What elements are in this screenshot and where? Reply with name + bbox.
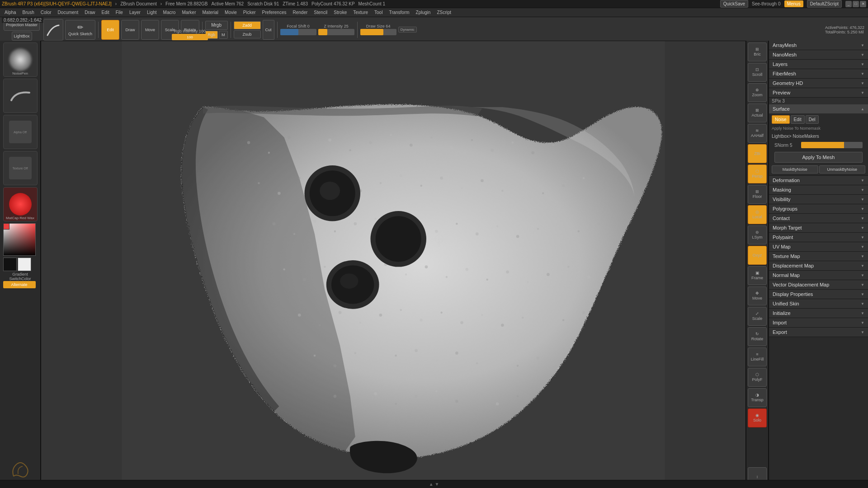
draw-size-bar[interactable] <box>360 29 396 35</box>
tool-btn-transp[interactable]: ◑ Transp <box>748 388 767 407</box>
alpha-off-slot[interactable]: Alpha Off <box>3 115 38 149</box>
texture-map-header[interactable]: Texture Map ▼ <box>769 252 868 261</box>
black-swatch[interactable] <box>3 258 17 271</box>
color-indicator[interactable] <box>3 223 9 230</box>
close-button[interactable]: ✕ <box>860 1 866 7</box>
uv-map-header[interactable]: UV Map ▼ <box>769 242 868 251</box>
fiber-mesh-header[interactable]: FiberMesh ▼ <box>769 69 868 78</box>
tool-btn-solo[interactable]: ◉ Solo <box>748 408 767 427</box>
mrgb-button[interactable]: Mrgb <box>205 21 228 30</box>
tool-btn-bric[interactable]: ⊞ Bric <box>748 42 767 61</box>
tool-btn-zbi[interactable]: ZBi <box>748 144 767 163</box>
rgb-intensity-bar[interactable]: 100 <box>172 34 208 40</box>
initialize-header[interactable]: Initialize ▼ <box>769 309 868 318</box>
tool-btn-scale[interactable]: ⤢ Scale <box>748 307 767 326</box>
menu-zscript[interactable]: ZScript <box>434 9 454 16</box>
menu-picker[interactable]: Picker <box>241 9 259 16</box>
snorm-slider[interactable] <box>801 142 863 148</box>
tool-btn-floor[interactable]: ⊞ Floor <box>748 185 767 204</box>
zcut-button[interactable]: Cut <box>263 20 274 40</box>
menu-stroke[interactable]: Stroke <box>331 9 349 16</box>
lightbox-path[interactable]: Lightbox> NoiseMakers <box>772 133 865 140</box>
mask-by-noise-button[interactable]: MaskByNoise <box>772 165 818 174</box>
menu-stencil[interactable]: Stencil <box>311 9 330 16</box>
menu-color[interactable]: Color <box>38 9 54 16</box>
polygroups-header[interactable]: Polygroups ▼ <box>769 204 868 213</box>
edit-button[interactable]: Edit <box>101 20 119 40</box>
morph-target-header[interactable]: Morph Target ▼ <box>769 223 868 232</box>
normal-map-header[interactable]: Normal Map ▼ <box>769 271 868 280</box>
quicksave-button[interactable]: QuickSave <box>720 0 748 8</box>
deformation-header[interactable]: Deformation ▼ <box>769 176 868 185</box>
m-button[interactable]: M <box>219 31 228 39</box>
rgb-intensity-slider[interactable]: Rgb Intensity 100 100 <box>172 29 208 40</box>
export-header[interactable]: Export ▼ <box>769 328 868 337</box>
draw-button[interactable]: Draw <box>121 20 139 40</box>
brush-slot-main[interactable]: NoisePen <box>3 42 38 77</box>
menu-material[interactable]: Material <box>200 9 222 16</box>
menu-brush[interactable]: Brush <box>20 9 37 16</box>
zsub-button[interactable]: Zsub <box>234 30 261 38</box>
import-header[interactable]: Import ▼ <box>769 318 868 327</box>
tool-btn-persp[interactable]: ⬡ Persp <box>748 164 767 183</box>
menu-texture[interactable]: Texture <box>350 9 371 16</box>
menus-button[interactable]: Menus <box>784 0 803 7</box>
display-properties-header[interactable]: Display Properties ▼ <box>769 290 868 299</box>
edit-surface-button[interactable]: Edit <box>791 115 805 124</box>
menu-alpha[interactable]: Alpha <box>2 9 19 16</box>
material-slot[interactable]: MatCap Red Wax <box>3 187 38 221</box>
minimize-button[interactable]: _ <box>845 1 852 7</box>
tool-btn-rotate[interactable]: ↻ Rotate <box>748 327 767 346</box>
dynamic-button[interactable]: Dynamic <box>398 27 417 33</box>
preview-header[interactable]: Preview ▼ <box>769 88 868 97</box>
tool-btn-scroll[interactable]: ⊡ Scroll <box>748 63 767 82</box>
tool-btn-zoom[interactable]: ⊕ Zoom <box>748 83 767 102</box>
array-mesh-header[interactable]: ArrayMesh ▼ <box>769 41 868 50</box>
focal-shift-bar[interactable] <box>280 29 316 35</box>
polypaint-header[interactable]: Polypaint ▼ <box>769 233 868 242</box>
menu-light[interactable]: Light <box>144 9 160 16</box>
brush-preview-button[interactable] <box>43 19 63 41</box>
tool-btn-oxyz[interactable]: Oxyz <box>748 246 767 265</box>
geometry-hd-header[interactable]: Geometry HD ▼ <box>769 79 868 88</box>
vector-displacement-header[interactable]: Vector Displacement Map ▼ <box>769 280 868 289</box>
tool-btn-move[interactable]: ✥ Move <box>748 286 767 305</box>
quick-sketch-button[interactable]: ✏ Quick Sketch <box>65 20 95 40</box>
menu-edit[interactable]: Edit <box>99 9 112 16</box>
menu-layer[interactable]: Layer <box>127 9 143 16</box>
tool-btn-actual[interactable]: ⊠ Actual <box>748 103 767 122</box>
visibility-header[interactable]: Visibility ▼ <box>769 195 868 204</box>
menu-macro[interactable]: Macro <box>160 9 179 16</box>
maximize-button[interactable]: □ <box>853 1 859 7</box>
menu-movie[interactable]: Movie <box>222 9 240 16</box>
noise-button[interactable]: Noise <box>772 115 790 124</box>
contact-header[interactable]: Contact ▼ <box>769 214 868 223</box>
tool-btn-aahalf[interactable]: ≋ AAHalf <box>748 124 767 143</box>
menu-tool[interactable]: Tool <box>372 9 385 16</box>
layers-header[interactable]: Layers ▼ <box>769 60 868 69</box>
menu-file[interactable]: File <box>113 9 126 16</box>
menu-render[interactable]: Render <box>290 9 311 16</box>
apply-to-mesh-button[interactable]: Apply To Mesh <box>774 152 863 163</box>
menu-transform[interactable]: Transform <box>386 9 412 16</box>
white-swatch[interactable] <box>18 258 31 271</box>
masking-header[interactable]: Masking ▼ <box>769 185 868 194</box>
menu-preferences[interactable]: Preferences <box>259 9 289 16</box>
texture-off-slot[interactable]: Texture Off <box>3 151 38 185</box>
menu-document[interactable]: Document <box>55 9 81 16</box>
surface-header[interactable]: Surface ▲ <box>769 104 868 113</box>
alternate-button[interactable]: Alternate <box>3 281 36 288</box>
menu-draw[interactable]: Draw <box>82 9 98 16</box>
z-intensity-bar[interactable] <box>318 29 354 35</box>
zadd-button[interactable]: Zadd <box>234 21 261 29</box>
brush-stroke-slot[interactable] <box>3 79 38 113</box>
tool-btn-frame[interactable]: ▣ Frame <box>748 266 767 285</box>
bottom-expand-icon[interactable]: ▲ ▼ <box>429 482 439 487</box>
tool-btn-lsym[interactable]: ⊜ LSym <box>748 225 767 244</box>
nano-mesh-header[interactable]: NanoMesh ▼ <box>769 50 868 59</box>
tool-btn-local[interactable]: ◎ Local <box>748 205 767 224</box>
defaultzscript-button[interactable]: DefaultZScript <box>807 0 842 8</box>
displacement-map-header[interactable]: Displacement Map ▼ <box>769 261 868 270</box>
menu-zplugin[interactable]: Zplugin <box>413 9 434 16</box>
lightbox-button[interactable]: LightBox <box>12 32 32 41</box>
